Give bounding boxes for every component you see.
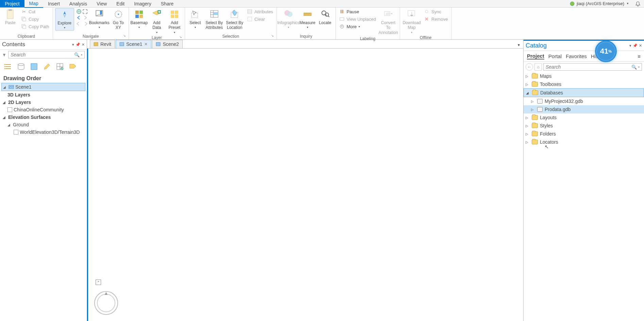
menu-insert[interactable]: Insert: [43, 0, 65, 7]
select-button[interactable]: Select▾: [187, 8, 203, 30]
menu-project[interactable]: Project: [0, 0, 24, 7]
catalog-db-item-0[interactable]: ▷MyProject432.gdb: [524, 97, 644, 105]
catalog-menu-icon[interactable]: ≡: [638, 53, 641, 59]
cut-button[interactable]: ✂Cut: [20, 8, 51, 15]
contents-title: Contents: [2, 41, 25, 48]
explore-button[interactable]: Explore▾: [55, 8, 74, 31]
more-button[interactable]: More ▾: [338, 23, 377, 30]
menu-analysis[interactable]: Analysis: [65, 0, 92, 7]
list-by-editing-icon[interactable]: [42, 62, 52, 71]
list-by-snapping-icon[interactable]: [55, 62, 65, 71]
contents-close-icon[interactable]: ✕: [82, 42, 85, 47]
fixed-zoom-in-icon[interactable]: [82, 9, 88, 14]
catalog-search[interactable]: 🔍 ▾: [543, 63, 642, 71]
scene-icon: [156, 42, 161, 47]
menu-imagery[interactable]: Imagery: [129, 0, 156, 7]
checkbox[interactable]: [14, 130, 18, 135]
catalog-databases-node[interactable]: ◢Databases: [524, 88, 644, 97]
copy-path-button[interactable]: Copy Path: [20, 23, 51, 30]
pause-button[interactable]: Pause: [338, 8, 377, 15]
contents-search[interactable]: 🔍 ▾: [8, 51, 85, 58]
locate-button[interactable]: Locate: [317, 8, 333, 26]
list-by-selection-icon[interactable]: [29, 62, 39, 71]
catalog-maps-node[interactable]: ▷Maps: [524, 72, 644, 80]
select-by-attributes-button[interactable]: Select By Attributes: [205, 8, 224, 31]
catalog-back-button[interactable]: ←: [526, 63, 533, 71]
catalog-dropdown-icon[interactable]: ▾: [629, 43, 631, 48]
view-menu-icon[interactable]: ▼: [514, 42, 523, 48]
menu-share[interactable]: Share: [156, 0, 178, 7]
zoom-next-icon[interactable]: [82, 21, 88, 26]
tab-scene2[interactable]: Scene2: [152, 40, 182, 48]
elevation-surfaces-node[interactable]: ◢Elevation Surfaces: [1, 113, 85, 121]
svg-rect-33: [342, 10, 343, 13]
catalog-tab-project[interactable]: Project: [527, 53, 544, 59]
next-extent-icon[interactable]: [82, 15, 88, 20]
measure-button[interactable]: Measure▾: [299, 8, 316, 30]
convert-annotation-button[interactable]: ab Convert To Annotation: [379, 8, 398, 36]
folder-icon: [532, 131, 538, 136]
tab-scene1[interactable]: Scene1✕: [116, 40, 151, 48]
infographics-button[interactable]: Infographics▾: [279, 8, 298, 30]
2d-layers-node[interactable]: ◢2D Layers: [1, 99, 85, 106]
menu-view[interactable]: View: [92, 0, 112, 7]
list-by-labeling-icon[interactable]: [68, 62, 78, 71]
checkbox[interactable]: [7, 107, 12, 112]
go-to-xy-button[interactable]: Go To XY: [110, 8, 127, 31]
add-preset-button[interactable]: Add Preset▾: [166, 8, 183, 35]
scene-viewport[interactable]: ⌃ ▲: [87, 49, 523, 321]
remove-button[interactable]: Remove: [423, 16, 449, 22]
scene-node[interactable]: ◢ Scene1: [1, 83, 85, 91]
tab-close-icon[interactable]: ✕: [144, 42, 148, 47]
basemap-button[interactable]: Basemap▾: [131, 8, 147, 30]
copy-path-icon: [21, 24, 27, 29]
view-unplaced-button[interactable]: View Unplaced: [338, 16, 377, 22]
list-by-drawing-order-icon[interactable]: [3, 62, 13, 71]
zoom-prev-icon[interactable]: [76, 21, 82, 26]
catalog-tab-portal[interactable]: Portal: [548, 53, 562, 59]
catalog-pin-icon[interactable]: 📌: [633, 43, 638, 48]
contents-dropdown-icon[interactable]: ▾: [72, 42, 74, 47]
list-by-source-icon[interactable]: [16, 62, 26, 71]
add-data-button[interactable]: Add Data▾: [149, 8, 165, 35]
menu-edit[interactable]: Edit: [112, 0, 129, 7]
search-icon[interactable]: 🔍: [631, 65, 637, 70]
copy-button[interactable]: Copy: [20, 16, 51, 22]
select-by-location-button[interactable]: Select By Location: [225, 8, 244, 31]
ground-node[interactable]: ◢Ground: [1, 121, 85, 128]
filter-icon[interactable]: ▼: [2, 52, 7, 57]
attributes-button[interactable]: Attributes: [246, 8, 275, 15]
clear-button[interactable]: Clear: [246, 16, 275, 22]
catalog-toolboxes-node[interactable]: ▷Toolboxes: [524, 80, 644, 88]
catalog-search-input[interactable]: [546, 64, 631, 70]
3d-layers-node[interactable]: 3D Layers: [1, 91, 85, 99]
menu-map[interactable]: Map: [24, 0, 43, 8]
svg-point-41: [4, 68, 5, 69]
contents-pin-icon[interactable]: 📌: [76, 42, 80, 47]
bookmarks-button[interactable]: Bookmarks▾: [90, 8, 109, 30]
catalog-close-icon[interactable]: ✕: [639, 43, 642, 48]
user-menu[interactable]: jiaqi (ArcGIS Enterprise) ▼: [567, 1, 632, 6]
search-icon[interactable]: 🔍: [74, 52, 80, 57]
catalog-home-button[interactable]: ⌂: [534, 63, 542, 71]
catalog-folders-node[interactable]: ▷Folders: [524, 130, 644, 138]
navigate-label: Navigate: [55, 33, 127, 39]
contents-search-input[interactable]: [11, 52, 74, 57]
paste-button[interactable]: Paste: [2, 8, 18, 26]
navigator-compass[interactable]: ▲: [94, 291, 118, 315]
china-layer-node[interactable]: ChinaOnlineCommunity: [1, 106, 85, 113]
world-elevation-node[interactable]: WorldElevation3D/Terrain3D: [1, 128, 85, 136]
notifications-button[interactable]: [632, 1, 644, 6]
prev-extent-icon[interactable]: [76, 15, 82, 20]
download-map-button[interactable]: Download Map▾: [402, 8, 421, 35]
catalog-tab-favorites[interactable]: Favorites: [566, 53, 587, 59]
catalog-db-item-1[interactable]: ▷Prodata.gdb ↖: [524, 105, 644, 113]
catalog-layouts-node[interactable]: ▷Layouts: [524, 113, 644, 122]
catalog-styles-node[interactable]: ▷Styles: [524, 122, 644, 130]
navigator-widget[interactable]: ⌃ ▲: [94, 280, 118, 315]
navigator-expand-icon[interactable]: ⌃: [96, 280, 101, 285]
tab-revit[interactable]: Revit: [90, 40, 115, 48]
full-extent-icon[interactable]: [76, 9, 82, 14]
catalog-locators-node[interactable]: ▷Locators: [524, 138, 644, 146]
sync-button[interactable]: Sync: [423, 8, 449, 15]
